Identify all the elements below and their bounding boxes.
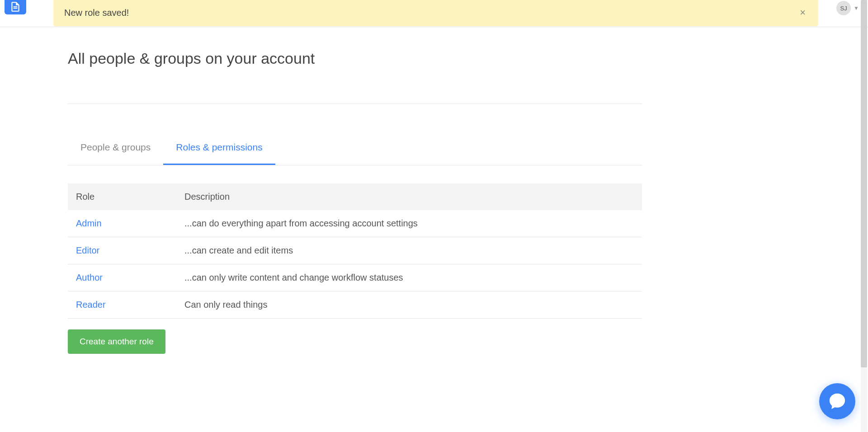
user-menu[interactable]: SJ ▼ xyxy=(836,1,859,15)
scrollbar-thumb[interactable] xyxy=(861,0,867,354)
header-description: Description xyxy=(184,192,634,202)
scrollbar[interactable] xyxy=(861,0,867,354)
table-row: Admin ...can do everything apart from ac… xyxy=(68,210,642,237)
header-role: Role xyxy=(76,192,184,202)
role-description: Can only read things xyxy=(184,300,634,310)
notification-message: New role saved! xyxy=(64,8,129,18)
role-link-admin[interactable]: Admin xyxy=(76,218,102,228)
table-row: Author ...can only write content and cha… xyxy=(68,264,642,291)
tab-people-groups[interactable]: People & groups xyxy=(68,131,163,165)
role-description: ...can do everything apart from accessin… xyxy=(184,218,634,229)
role-link-author[interactable]: Author xyxy=(76,272,103,282)
role-link-reader[interactable]: Reader xyxy=(76,300,106,310)
role-description: ...can only write content and change wor… xyxy=(184,272,634,283)
chevron-down-icon: ▼ xyxy=(854,5,859,11)
page-title: All people & groups on your account xyxy=(68,50,642,67)
tab-roles-permissions[interactable]: Roles & permissions xyxy=(163,131,275,165)
avatar: SJ xyxy=(836,1,851,15)
role-link-editor[interactable]: Editor xyxy=(76,245,99,255)
roles-table: Role Description Admin ...can do everyth… xyxy=(68,183,642,319)
main-content: All people & groups on your account Peop… xyxy=(68,27,642,354)
divider xyxy=(68,103,642,104)
avatar-initials: SJ xyxy=(840,5,847,12)
notification-banner: New role saved! × xyxy=(53,0,818,26)
top-bar: New role saved! × SJ ▼ xyxy=(0,0,868,27)
create-role-button[interactable]: Create another role xyxy=(68,329,165,354)
close-icon[interactable]: × xyxy=(798,8,807,18)
tabs-container: People & groups Roles & permissions xyxy=(68,131,642,165)
document-icon xyxy=(9,1,21,13)
app-logo[interactable] xyxy=(5,0,26,14)
table-header: Role Description xyxy=(68,183,642,210)
role-description: ...can create and edit items xyxy=(184,245,634,256)
table-row: Editor ...can create and edit items xyxy=(68,237,642,264)
table-row: Reader Can only read things xyxy=(68,291,642,319)
